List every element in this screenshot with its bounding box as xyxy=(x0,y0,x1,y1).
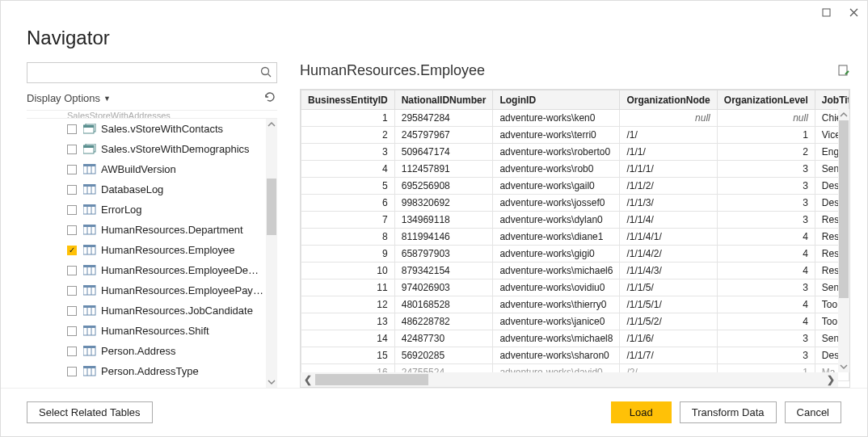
close-button[interactable] xyxy=(848,6,859,18)
table-row[interactable]: 9658797903adventure-works\gigi0/1/1/4/2/… xyxy=(301,246,849,263)
preview-edit-icon[interactable] xyxy=(837,64,850,79)
tree-item[interactable]: DatabaseLog xyxy=(27,179,264,200)
cell: 3 xyxy=(717,178,815,195)
table-icon xyxy=(83,285,96,296)
cell: 695256908 xyxy=(394,178,493,195)
column-header[interactable]: LoginID xyxy=(493,90,620,110)
tree-item[interactable]: AWBuildVersion xyxy=(27,159,264,179)
column-header[interactable]: JobTitle xyxy=(815,90,849,110)
scroll-right-icon[interactable]: ❯ xyxy=(824,372,838,387)
load-button[interactable]: Load xyxy=(611,401,672,423)
table-row[interactable]: 7134969118adventure-works\dylan0/1/1/4/3… xyxy=(301,212,849,229)
svg-rect-9 xyxy=(83,164,95,166)
tree-item[interactable]: HumanResources.Department xyxy=(27,220,264,240)
tree-item[interactable]: ErrorLog xyxy=(27,200,264,220)
tree-item[interactable]: HumanResources.EmployeeDepartmen... xyxy=(27,260,264,280)
grid-vscrollbar[interactable] xyxy=(838,109,849,372)
maximize-button[interactable] xyxy=(820,6,832,18)
table-row[interactable]: 10879342154adventure-works\michael6/1/1/… xyxy=(301,263,849,279)
checkbox[interactable] xyxy=(67,185,77,195)
scrollbar-thumb[interactable] xyxy=(267,179,276,235)
search-box[interactable] xyxy=(27,62,277,83)
table-row[interactable]: 2245797967adventure-works\terri0/1/1Vice xyxy=(301,127,849,144)
scrollbar-thumb[interactable] xyxy=(839,120,849,298)
cell: 1 xyxy=(717,127,815,144)
cancel-button[interactable]: Cancel xyxy=(785,401,841,423)
tree-item[interactable]: Person.Address xyxy=(27,341,264,361)
checkbox[interactable] xyxy=(67,326,77,336)
scroll-down-icon[interactable] xyxy=(266,376,277,388)
cell: 3 xyxy=(301,144,395,161)
refresh-icon[interactable] xyxy=(264,91,276,105)
search-input[interactable] xyxy=(32,67,260,79)
checkbox[interactable] xyxy=(67,225,77,235)
checkbox[interactable] xyxy=(67,205,77,215)
checkbox[interactable] xyxy=(67,347,77,356)
tree-item[interactable]: Sales.vStoreWithContacts xyxy=(27,119,264,139)
tree-item[interactable]: Person.AddressType xyxy=(27,361,264,381)
view-icon xyxy=(83,124,96,134)
tree-item[interactable]: Sales.vStoreWithDemographics xyxy=(27,139,264,159)
tree-scrollbar[interactable] xyxy=(266,119,277,388)
cell: 486228782 xyxy=(394,313,493,330)
checkbox[interactable] xyxy=(67,165,77,174)
table-icon xyxy=(83,265,96,275)
scroll-left-icon[interactable]: ❮ xyxy=(301,372,315,387)
cell: 3 xyxy=(717,279,815,296)
select-related-tables-button[interactable]: Select Related Tables xyxy=(27,401,153,423)
table-row[interactable]: 11974026903adventure-works\ovidiu0/1/1/5… xyxy=(301,279,849,296)
checkbox[interactable] xyxy=(67,266,77,275)
cell: /1/1/7/ xyxy=(620,347,717,364)
column-header[interactable]: OrganizationLevel xyxy=(717,90,815,110)
checkbox[interactable] xyxy=(67,145,77,154)
grid-hscrollbar[interactable]: ❮ ❯ xyxy=(301,372,838,387)
svg-rect-25 xyxy=(83,245,95,247)
checkbox[interactable] xyxy=(67,246,77,255)
scroll-down-icon[interactable] xyxy=(838,361,849,372)
cell: adventure-works\sharon0 xyxy=(493,347,620,364)
table-row[interactable]: 4112457891adventure-works\rob0/1/1/1/3Se… xyxy=(301,161,849,178)
table-row[interactable]: 13486228782adventure-works\janice0/1/1/5… xyxy=(301,313,849,330)
navigator-tree-panel: Display Options ▼ SalesStoreWithAddresse… xyxy=(27,62,277,388)
display-options-dropdown[interactable]: Display Options ▼ xyxy=(27,92,111,104)
tree-item[interactable]: HumanResources.Employee xyxy=(27,240,264,260)
cell: /1/1/5/ xyxy=(620,279,717,296)
scrollbar-thumb[interactable] xyxy=(315,374,428,385)
table-row[interactable]: 8811994146adventure-works\diane1/1/1/4/1… xyxy=(301,229,849,246)
tree-item[interactable]: HumanResources.Shift xyxy=(27,321,264,341)
table-row[interactable]: 6998320692adventure-works\jossef0/1/1/3/… xyxy=(301,195,849,212)
column-header[interactable]: OrganizationNode xyxy=(620,90,717,110)
search-icon[interactable] xyxy=(260,66,272,80)
cell: 9 xyxy=(301,246,395,263)
cell: 5 xyxy=(301,178,395,195)
column-header[interactable]: NationalIDNumber xyxy=(394,90,493,110)
scroll-up-icon[interactable] xyxy=(838,109,849,120)
view-icon xyxy=(83,144,96,154)
svg-point-1 xyxy=(262,67,269,74)
scroll-up-icon[interactable] xyxy=(266,119,277,130)
checkbox[interactable] xyxy=(67,306,77,316)
column-header[interactable]: BusinessEntityID xyxy=(301,90,395,110)
tree-item-label: HumanResources.Employee xyxy=(101,244,234,256)
cell: 3 xyxy=(717,195,815,212)
table-row[interactable]: 1295847284adventure-works\ken0nullnullCh… xyxy=(301,110,849,127)
table-row[interactable]: 1442487730adventure-works\michael8/1/1/6… xyxy=(301,330,849,347)
table-row[interactable]: 5695256908adventure-works\gail0/1/1/2/3D… xyxy=(301,178,849,195)
checkbox[interactable] xyxy=(67,286,77,296)
tree-item[interactable]: HumanResources.EmployeePayHistory xyxy=(27,280,264,300)
table-row[interactable]: 3509647174adventure-works\roberto0/1/1/2… xyxy=(301,144,849,161)
data-grid: BusinessEntityIDNationalIDNumberLoginIDO… xyxy=(301,90,849,381)
checkbox[interactable] xyxy=(67,124,77,134)
table-row[interactable]: 1556920285adventure-works\sharon0/1/1/7/… xyxy=(301,347,849,364)
table-icon xyxy=(83,245,96,255)
table-row[interactable]: 12480168528adventure-works\thierry0/1/1/… xyxy=(301,296,849,313)
tree-item[interactable]: HumanResources.JobCandidate xyxy=(27,300,264,321)
table-icon xyxy=(83,366,96,376)
cell: /1/1/4/ xyxy=(620,212,717,229)
transform-data-button[interactable]: Transform Data xyxy=(680,401,777,423)
tree-item-label: Sales.vStoreWithDemographics xyxy=(101,143,250,155)
cell: 13 xyxy=(301,313,395,330)
tree-item-label: HumanResources.Department xyxy=(101,224,243,236)
checkbox[interactable] xyxy=(67,367,77,376)
cell: adventure-works\terri0 xyxy=(493,127,620,144)
